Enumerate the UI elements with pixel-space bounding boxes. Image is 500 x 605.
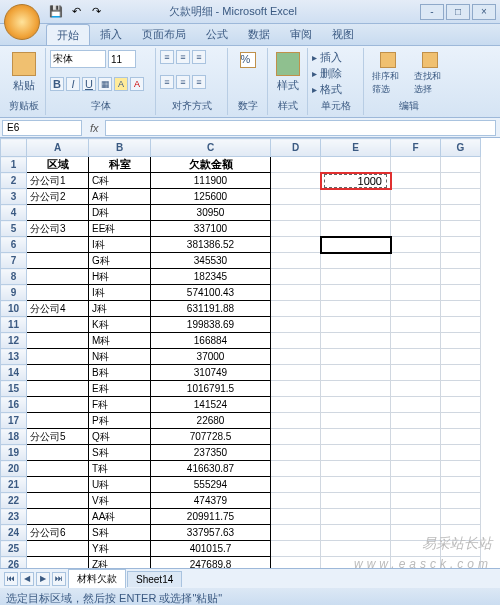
row-header[interactable]: 22 — [1, 493, 27, 509]
cell[interactable] — [391, 381, 441, 397]
row-header[interactable]: 17 — [1, 413, 27, 429]
cell[interactable] — [321, 477, 391, 493]
name-box[interactable] — [2, 120, 82, 136]
row-header[interactable]: 23 — [1, 509, 27, 525]
cell[interactable] — [441, 221, 481, 237]
row-header[interactable]: 2 — [1, 173, 27, 189]
paste-button[interactable]: 粘贴 — [6, 50, 41, 95]
cell[interactable] — [441, 269, 481, 285]
cell[interactable] — [321, 253, 391, 269]
cell[interactable] — [441, 157, 481, 173]
cell[interactable] — [271, 397, 321, 413]
cell[interactable] — [27, 365, 89, 381]
cell[interactable]: U科 — [89, 477, 151, 493]
cell[interactable] — [27, 285, 89, 301]
cell[interactable] — [391, 349, 441, 365]
cell[interactable] — [321, 189, 391, 205]
cell[interactable] — [441, 333, 481, 349]
cell[interactable]: 401015.7 — [151, 541, 271, 557]
cell[interactable] — [271, 157, 321, 173]
cell[interactable]: M科 — [89, 333, 151, 349]
cell[interactable]: 分公司3 — [27, 221, 89, 237]
cell[interactable]: K科 — [89, 317, 151, 333]
cell[interactable] — [391, 173, 441, 189]
cell[interactable] — [271, 461, 321, 477]
cell[interactable] — [321, 557, 391, 569]
cell[interactable] — [391, 285, 441, 301]
office-button[interactable] — [4, 4, 40, 40]
font-color-button[interactable]: A — [130, 77, 144, 91]
row-header[interactable]: 1 — [1, 157, 27, 173]
styles-button[interactable]: 样式 — [272, 50, 303, 95]
cell[interactable] — [321, 461, 391, 477]
cell[interactable]: 111900 — [151, 173, 271, 189]
row-header[interactable]: 18 — [1, 429, 27, 445]
cell[interactable]: 分公司1 — [27, 173, 89, 189]
cell[interactable] — [271, 541, 321, 557]
cell[interactable]: 199838.69 — [151, 317, 271, 333]
cell[interactable] — [391, 413, 441, 429]
fill-color-button[interactable]: A — [114, 77, 128, 91]
cell[interactable] — [271, 493, 321, 509]
cell[interactable] — [271, 477, 321, 493]
cell[interactable]: 247689.8 — [151, 557, 271, 569]
cell[interactable]: 474379 — [151, 493, 271, 509]
cell[interactable] — [321, 205, 391, 221]
row-header[interactable]: 25 — [1, 541, 27, 557]
cell[interactable] — [27, 445, 89, 461]
cell[interactable] — [441, 189, 481, 205]
cell[interactable] — [27, 253, 89, 269]
cell[interactable] — [271, 205, 321, 221]
cell[interactable] — [27, 413, 89, 429]
cell[interactable] — [271, 509, 321, 525]
row-header[interactable]: 5 — [1, 221, 27, 237]
row-header[interactable]: 8 — [1, 269, 27, 285]
cell[interactable] — [441, 381, 481, 397]
row-header[interactable]: 13 — [1, 349, 27, 365]
cell[interactable] — [441, 205, 481, 221]
tab-page-layout[interactable]: 页面布局 — [132, 24, 196, 45]
cell[interactable] — [271, 285, 321, 301]
cell[interactable]: AA科 — [89, 509, 151, 525]
cell[interactable] — [391, 445, 441, 461]
cell[interactable]: 166884 — [151, 333, 271, 349]
cell[interactable] — [441, 349, 481, 365]
col-header-a[interactable]: A — [27, 139, 89, 157]
tab-view[interactable]: 视图 — [322, 24, 364, 45]
tab-review[interactable]: 审阅 — [280, 24, 322, 45]
row-header[interactable]: 19 — [1, 445, 27, 461]
cell[interactable] — [391, 429, 441, 445]
cell[interactable] — [271, 445, 321, 461]
cell[interactable] — [441, 237, 481, 253]
italic-button[interactable]: I — [66, 77, 80, 91]
cell[interactable] — [441, 317, 481, 333]
cell[interactable]: T科 — [89, 461, 151, 477]
cell[interactable]: J科 — [89, 301, 151, 317]
cell[interactable] — [271, 221, 321, 237]
cell[interactable]: 分公司2 — [27, 189, 89, 205]
col-header-f[interactable]: F — [391, 139, 441, 157]
cell[interactable] — [441, 413, 481, 429]
maximize-button[interactable]: □ — [446, 4, 470, 20]
cell[interactable] — [271, 173, 321, 189]
cell[interactable] — [441, 445, 481, 461]
cell[interactable] — [321, 397, 391, 413]
cell[interactable]: V科 — [89, 493, 151, 509]
row-header[interactable]: 3 — [1, 189, 27, 205]
align-center-button[interactable]: ≡ — [176, 75, 190, 89]
cell[interactable] — [321, 285, 391, 301]
row-header[interactable]: 20 — [1, 461, 27, 477]
align-bot-button[interactable]: ≡ — [192, 50, 206, 64]
cell[interactable] — [441, 541, 481, 557]
cell[interactable] — [321, 381, 391, 397]
cell[interactable] — [391, 493, 441, 509]
row-header[interactable]: 6 — [1, 237, 27, 253]
sheet-nav-last[interactable]: ⏭ — [52, 572, 66, 586]
cell[interactable] — [441, 397, 481, 413]
cell[interactable] — [271, 381, 321, 397]
cell[interactable] — [271, 237, 321, 253]
cell[interactable] — [391, 525, 441, 541]
col-header-c[interactable]: C — [151, 139, 271, 157]
cell[interactable]: Y科 — [89, 541, 151, 557]
cell[interactable] — [441, 557, 481, 569]
